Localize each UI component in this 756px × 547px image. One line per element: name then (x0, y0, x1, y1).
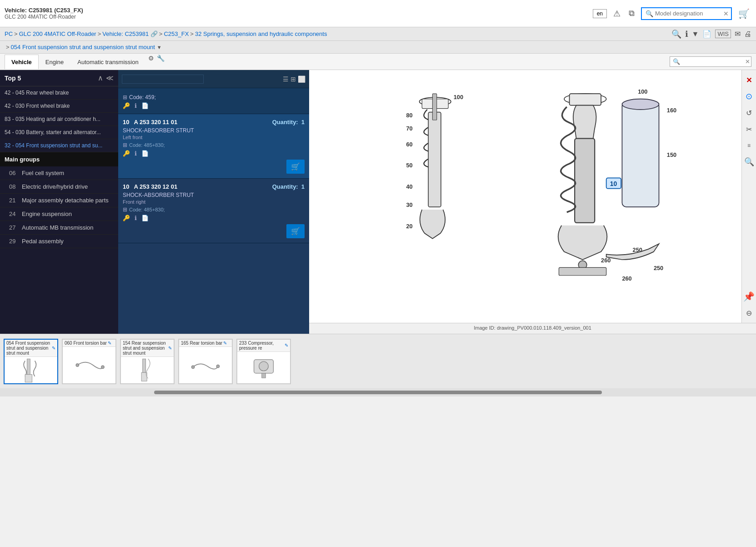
grid-view-icon[interactable]: ⊞ (290, 75, 296, 83)
sidebar-item-num-21: 21 (9, 197, 18, 204)
scissor-icon[interactable]: ✂ (743, 123, 756, 135)
part2-cart-button[interactable]: 🛒 (286, 224, 305, 238)
sidebar-main-item-27[interactable]: 27 Automatic MB transmission (0, 221, 118, 235)
part2-doc-icon[interactable]: 📄 (141, 215, 149, 221)
print-icon[interactable]: 🖨 (744, 30, 751, 38)
svg-rect-28 (27, 359, 30, 374)
svg-point-18 (622, 99, 659, 110)
svg-text:260: 260 (622, 275, 631, 282)
wis-icon[interactable]: WIS (715, 30, 731, 38)
copy-icon[interactable]: ⧉ (627, 7, 636, 20)
tool5-icon[interactable]: ≡ (743, 139, 756, 152)
part-num-1: 10 A 253 320 11 01 Quantity: 1 (123, 119, 305, 125)
zoom-out-diagram-icon[interactable]: 🔍 (743, 156, 756, 168)
thumb-label-3: 165 Rear torsion bar ✎ (179, 340, 232, 347)
part2-key-icon[interactable]: 🔑 (123, 215, 130, 221)
sidebar-item-4[interactable]: 32 - 054 Front suspension strut and su..… (0, 139, 118, 152)
pin-blue-icon[interactable]: 📌 (743, 290, 756, 303)
tab-vehicle[interactable]: Vehicle (5, 55, 39, 69)
sidebar-item-3[interactable]: 54 - 030 Battery, starter and alternator… (0, 126, 118, 139)
sidebar-main-item-24[interactable]: 24 Engine suspension (0, 207, 118, 221)
expand-view-icon[interactable]: ⬜ (298, 75, 305, 83)
thumbnail-item-1[interactable]: 060 Front torsion bar ✎ (62, 339, 116, 384)
sidebar-main-item-29[interactable]: 29 Pedal assembly (0, 235, 118, 248)
part-number-1: A 253 320 11 01 (134, 119, 272, 125)
thumb-label-4: 233 Compressor, pressure re ✎ (237, 340, 290, 352)
thumb2-edit-icon[interactable]: ✎ (168, 346, 172, 351)
thumbnail-item-3[interactable]: 165 Rear torsion bar ✎ (178, 339, 233, 384)
svg-text:80: 80 (406, 112, 413, 119)
info-circle-icon[interactable]: ℹ (135, 102, 137, 109)
filter-icon[interactable]: ▼ (692, 30, 699, 38)
bc-vehicle[interactable]: Vehicle: C253981 🔗 (102, 30, 158, 37)
key-icon[interactable]: 🔑 (123, 102, 130, 109)
bc-glc[interactable]: GLC 200 4MATIC Off-Roader (19, 30, 96, 37)
search-icon: 🔍 (646, 10, 653, 17)
sidebar-item-1[interactable]: 42 - 030 Front wheel brake (0, 100, 118, 113)
sidebar-collapse-icon[interactable]: ∧ (98, 74, 103, 82)
sidebar-item-label-21: Major assembly detachable parts (22, 197, 109, 204)
sidebar: Top 5 ∧ ≪ 42 - 045 Rear wheel brake 42 -… (0, 70, 118, 334)
part1-cart-button[interactable]: 🛒 (286, 160, 305, 174)
tabs-right: 🔍 ✕ (670, 56, 751, 67)
email-icon[interactable]: ✉ (735, 30, 741, 38)
wrench-icon[interactable]: 🔧 (157, 55, 165, 69)
svg-text:20: 20 (406, 223, 413, 230)
zoom-out2-icon[interactable]: ⊖ (743, 306, 756, 319)
thumbnail-item-0[interactable]: 054 Front suspension strut and suspensio… (4, 339, 58, 384)
horizontal-scrollbar[interactable] (0, 388, 756, 396)
info-icon[interactable]: ℹ (685, 29, 688, 39)
grid-code-icon: ⊞ (123, 94, 127, 100)
sidebar-item-0[interactable]: 42 - 045 Rear wheel brake (0, 86, 118, 100)
bc2-dropdown-icon[interactable]: ▼ (157, 45, 162, 50)
sidebar-main-item-08[interactable]: 08 Electric drive/hybrid drive (0, 180, 118, 194)
part1-doc-icon[interactable]: 📄 (141, 150, 149, 157)
lang-select[interactable]: en (593, 9, 607, 18)
sidebar-minimize-icon[interactable]: ≪ (106, 74, 114, 82)
zoom-in-icon[interactable]: 🔍 (671, 29, 681, 39)
bc2-054[interactable]: 054 Front suspension strut and suspensio… (11, 44, 155, 50)
thumb3-edit-icon[interactable]: ✎ (223, 341, 227, 346)
tab-search-clear-icon[interactable]: ✕ (745, 58, 750, 65)
bc-pc[interactable]: PC (5, 30, 13, 37)
bc-c253fx[interactable]: C253_FX (164, 30, 189, 37)
sidebar-item-num-06: 06 (9, 170, 18, 176)
part1-info-icon[interactable]: ℹ (135, 150, 137, 157)
bc-sep4: > (190, 30, 194, 37)
scrollbar-thumb[interactable] (154, 391, 602, 394)
svg-point-30 (76, 363, 79, 366)
list-view-icon[interactable]: ☰ (283, 75, 289, 83)
tabs-bar: Vehicle Engine Automatic transmission ⚙ … (0, 54, 756, 70)
warning-icon[interactable]: ⚠ (611, 7, 622, 20)
thumbnail-item-2[interactable]: 154 Rear suspension strut and suspension… (120, 339, 175, 384)
tab-automatic-transmission[interactable]: Automatic transmission (70, 55, 145, 69)
thumb1-edit-icon[interactable]: ✎ (108, 341, 111, 346)
header-search-input[interactable] (655, 10, 723, 17)
document-icon[interactable]: 📄 (702, 30, 711, 38)
cart-icon[interactable]: 🛒 (736, 6, 751, 21)
thumb0-svg (13, 357, 49, 384)
close-diagram-icon[interactable]: ✕ (743, 74, 756, 86)
thumb0-edit-icon[interactable]: ✎ (52, 346, 55, 351)
view-icons: ☰ ⊞ ⬜ (283, 75, 305, 83)
svg-rect-29 (25, 374, 32, 382)
header-search-box: 🔍 ✕ (641, 7, 732, 20)
part1-key-icon[interactable]: 🔑 (123, 150, 130, 157)
thumb4-edit-icon[interactable]: ✎ (285, 343, 288, 348)
svg-rect-2 (428, 112, 441, 207)
history-icon[interactable]: ↺ (743, 106, 756, 119)
svg-text:40: 40 (406, 183, 413, 190)
doc-icon[interactable]: 📄 (141, 102, 149, 109)
breadcrumb-row2: > 054 Front suspension strut and suspens… (0, 41, 756, 54)
sidebar-main-item-21[interactable]: 21 Major assembly detachable parts (0, 194, 118, 207)
sidebar-main-item-06[interactable]: 06 Fuel cell system (0, 166, 118, 180)
thumbnail-item-4[interactable]: 233 Compressor, pressure re ✎ (236, 339, 291, 384)
gear-icon[interactable]: ⚙ (148, 55, 154, 69)
sidebar-item-2[interactable]: 83 - 035 Heating and air conditioner h..… (0, 113, 118, 126)
tab-search-input[interactable] (681, 59, 745, 65)
circle-tool-icon[interactable]: ⊙ (743, 90, 756, 103)
part2-info-icon[interactable]: ℹ (135, 215, 137, 221)
bc-springs[interactable]: 32 Springs, suspension and hydraulic com… (195, 30, 327, 37)
search-clear-icon[interactable]: ✕ (723, 10, 729, 17)
tab-engine[interactable]: Engine (39, 55, 70, 69)
